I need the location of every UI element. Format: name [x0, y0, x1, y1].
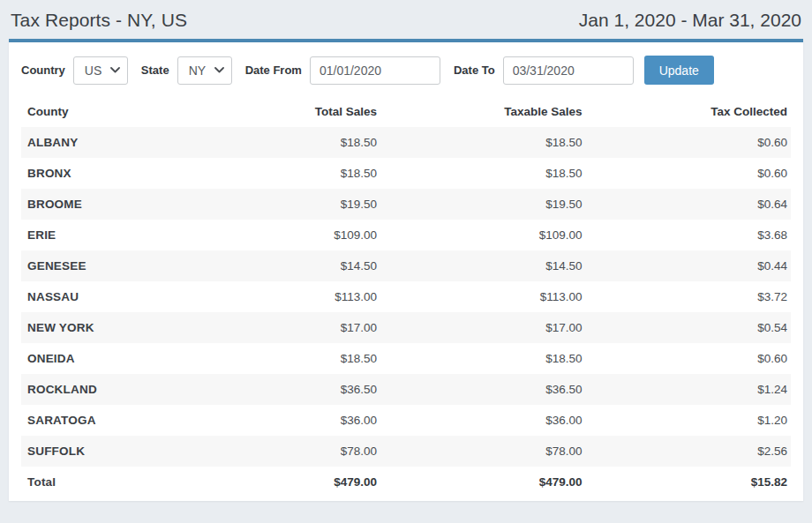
table-row: BRONX$18.50$18.50$0.60 [21, 158, 791, 189]
total-sales-value: $479.00 [175, 467, 380, 497]
amount-cell: $18.50 [175, 158, 380, 189]
state-select-value: NY [189, 64, 206, 78]
county-cell: SARATOGA [21, 405, 175, 436]
total-taxable-value: $479.00 [380, 467, 586, 497]
date-from-input[interactable] [310, 56, 440, 85]
amount-cell: $36.00 [175, 405, 380, 436]
amount-cell: $18.50 [380, 158, 586, 189]
country-select-value: US [85, 64, 102, 78]
amount-cell: $109.00 [175, 220, 380, 250]
date-from-label: Date From [245, 64, 302, 77]
table-row: ROCKLAND$36.50$36.50$1.24 [21, 374, 791, 405]
amount-cell: $19.50 [380, 189, 586, 220]
amount-cell: $18.50 [380, 127, 586, 158]
county-cell: GENESEE [21, 250, 175, 281]
column-header-county: County [21, 96, 175, 127]
amount-cell: $78.00 [175, 436, 380, 467]
tax-report-table: County Total Sales Taxable Sales Tax Col… [21, 96, 791, 497]
table-row: SARATOGA$36.00$36.00$1.20 [21, 405, 791, 436]
amount-cell: $14.50 [175, 250, 380, 281]
amount-cell: $19.50 [175, 189, 380, 220]
table-header-row: County Total Sales Taxable Sales Tax Col… [21, 96, 791, 127]
amount-cell: $2.56 [585, 436, 791, 467]
amount-cell: $3.72 [585, 281, 791, 312]
amount-cell: $36.00 [380, 405, 586, 436]
report-date-range: Jan 1, 2020 - Mar 31, 2020 [579, 10, 801, 31]
county-cell: NEW YORK [21, 312, 175, 343]
date-to-label: Date To [454, 64, 495, 77]
table-row: ERIE$109.00$109.00$3.68 [21, 220, 791, 250]
amount-cell: $0.64 [585, 189, 791, 220]
amount-cell: $113.00 [380, 281, 586, 312]
state-label: State [141, 64, 169, 77]
table-row: SUFFOLK$78.00$78.00$2.56 [21, 436, 791, 467]
county-cell: ERIE [21, 220, 175, 250]
amount-cell: $0.60 [585, 127, 791, 158]
amount-cell: $0.54 [585, 312, 791, 343]
chevron-down-icon [110, 67, 120, 73]
page-title: Tax Reports - NY, US [11, 10, 187, 31]
amount-cell: $14.50 [380, 250, 586, 281]
county-cell: ONEIDA [21, 343, 175, 374]
state-select[interactable]: NY [177, 56, 232, 85]
table-row: ALBANY$18.50$18.50$0.60 [21, 127, 791, 158]
table-row: GENESEE$14.50$14.50$0.44 [21, 250, 791, 281]
county-cell: SUFFOLK [21, 436, 175, 467]
table-row: NEW YORK$17.00$17.00$0.54 [21, 312, 791, 343]
amount-cell: $1.24 [585, 374, 791, 405]
top-bar: Tax Reports - NY, US Jan 1, 2020 - Mar 3… [0, 0, 812, 39]
county-cell: NASSAU [21, 281, 175, 312]
table-row: BROOME$19.50$19.50$0.64 [21, 189, 791, 220]
column-header-taxable-sales: Taxable Sales [380, 96, 586, 127]
amount-cell: $36.50 [175, 374, 380, 405]
total-label: Total [21, 467, 175, 497]
county-cell: ROCKLAND [21, 374, 175, 405]
chevron-down-icon [214, 67, 224, 73]
county-cell: BROOME [21, 189, 175, 220]
amount-cell: $0.60 [585, 343, 791, 374]
update-button[interactable]: Update [644, 56, 714, 85]
date-to-input[interactable] [503, 56, 634, 85]
amount-cell: $17.00 [175, 312, 380, 343]
country-label: Country [21, 64, 65, 77]
total-row: Total $479.00 $479.00 $15.82 [21, 467, 791, 497]
amount-cell: $78.00 [380, 436, 586, 467]
county-cell: BRONX [21, 158, 175, 189]
total-tax-collected-value: $15.82 [585, 467, 791, 497]
country-select[interactable]: US [73, 56, 128, 85]
filter-bar: Country US State NY Date From Date To Up… [21, 54, 791, 85]
report-card: Country US State NY Date From Date To Up… [9, 39, 803, 501]
amount-cell: $3.68 [585, 220, 791, 250]
amount-cell: $17.00 [380, 312, 586, 343]
amount-cell: $18.50 [175, 343, 380, 374]
amount-cell: $113.00 [175, 281, 380, 312]
county-cell: ALBANY [21, 127, 175, 158]
amount-cell: $1.20 [585, 405, 791, 436]
tax-table-body: ALBANY$18.50$18.50$0.60BRONX$18.50$18.50… [21, 127, 791, 467]
column-header-tax-collected: Tax Collected [585, 96, 791, 127]
table-row: ONEIDA$18.50$18.50$0.60 [21, 343, 791, 374]
amount-cell: $18.50 [175, 127, 380, 158]
amount-cell: $0.60 [585, 158, 791, 189]
table-row: NASSAU$113.00$113.00$3.72 [21, 281, 791, 312]
amount-cell: $18.50 [380, 343, 586, 374]
amount-cell: $109.00 [380, 220, 586, 250]
amount-cell: $0.44 [585, 250, 791, 281]
column-header-total-sales: Total Sales [175, 96, 380, 127]
amount-cell: $36.50 [380, 374, 586, 405]
